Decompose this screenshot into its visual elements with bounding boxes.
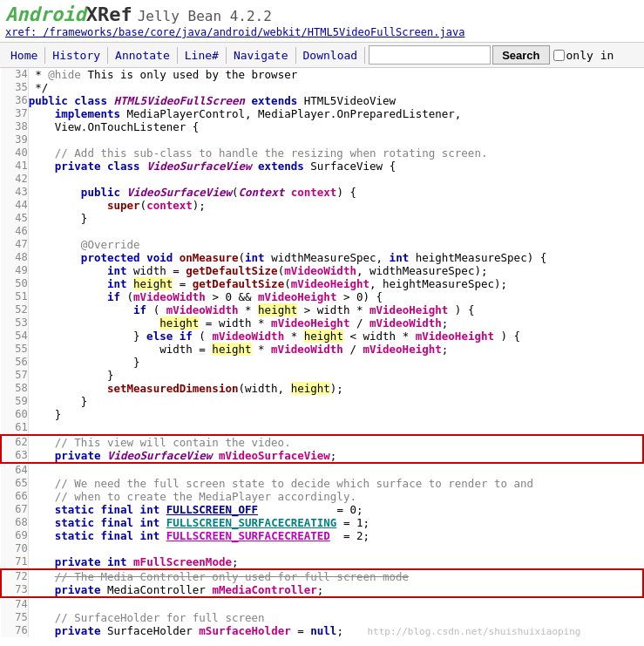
- line-number[interactable]: 71: [1, 555, 28, 569]
- table-row: 35 */: [1, 81, 643, 94]
- line-number[interactable]: 76: [1, 624, 28, 637]
- table-row: 45 }: [1, 212, 643, 225]
- line-number[interactable]: 52: [1, 303, 28, 316]
- line-code: // Add this sub-class to handle the resi…: [28, 146, 643, 160]
- table-row: 67 static final int FULLSCREEN_OFF = 0;: [1, 503, 643, 516]
- line-number[interactable]: 35: [1, 81, 28, 94]
- nav-annotate[interactable]: Annotate: [108, 47, 178, 64]
- line-number[interactable]: 48: [1, 251, 28, 264]
- line-code: [28, 421, 643, 435]
- line-code: setMeasuredDimension(width, height);: [28, 382, 643, 395]
- line-number[interactable]: 49: [1, 264, 28, 277]
- table-row: 56 }: [1, 356, 643, 369]
- line-code: * @hide This is only used by the browser: [28, 68, 643, 81]
- line-number[interactable]: 59: [1, 395, 28, 408]
- table-row: 60 }: [1, 408, 643, 421]
- line-code: }: [28, 408, 643, 421]
- line-code: // We need the full screen state to deci…: [28, 477, 643, 490]
- table-row: 63 private VideoSurfaceView mVideoSurfac…: [1, 449, 643, 463]
- line-number[interactable]: 45: [1, 212, 28, 225]
- table-row: 52 if ( mVideoWidth * height > width * m…: [1, 303, 643, 316]
- line-code: // when to create the MediaPlayer accord…: [28, 490, 643, 503]
- table-row: 42: [1, 173, 643, 186]
- line-number[interactable]: 57: [1, 369, 28, 382]
- line-number[interactable]: 41: [1, 160, 28, 173]
- line-number[interactable]: 40: [1, 146, 28, 160]
- nav-history[interactable]: History: [45, 47, 108, 64]
- line-code: super(context);: [28, 199, 643, 212]
- line-code: // This view will contain the video.: [28, 435, 643, 449]
- line-number[interactable]: 74: [1, 597, 28, 611]
- line-number[interactable]: 67: [1, 503, 28, 516]
- table-row: 57 }: [1, 369, 643, 382]
- line-code: static final int FULLSCREEN_SURFACECREAT…: [28, 529, 643, 542]
- line-number[interactable]: 66: [1, 490, 28, 503]
- line-number[interactable]: 68: [1, 516, 28, 529]
- table-row: 72 // The Media Controller only used for…: [1, 569, 643, 583]
- line-number[interactable]: 56: [1, 356, 28, 369]
- nav-home[interactable]: Home: [3, 47, 45, 64]
- line-code: }: [28, 369, 643, 382]
- table-row: 34 * @hide This is only used by the brow…: [1, 68, 643, 81]
- line-number[interactable]: 53: [1, 316, 28, 330]
- line-number[interactable]: 72: [1, 569, 28, 583]
- line-number[interactable]: 39: [1, 133, 28, 146]
- line-number[interactable]: 50: [1, 277, 28, 290]
- line-number[interactable]: 63: [1, 449, 28, 463]
- line-number[interactable]: 36: [1, 94, 28, 107]
- nav-navigate[interactable]: Navigate: [227, 47, 296, 64]
- line-code: */: [28, 81, 643, 94]
- search-button[interactable]: Search: [492, 45, 549, 65]
- table-row: 62 // This view will contain the video.: [1, 435, 643, 449]
- line-code: height = width * mVideoHeight / mVideoWi…: [28, 316, 643, 330]
- line-code: }: [28, 212, 643, 225]
- line-number[interactable]: 65: [1, 477, 28, 490]
- table-row: 41 private class VideoSurfaceView extend…: [1, 160, 643, 173]
- table-row: 46: [1, 225, 643, 238]
- breadcrumb[interactable]: xref: /frameworks/base/core/java/android…: [5, 25, 639, 40]
- nav-download[interactable]: Download: [296, 47, 366, 64]
- line-number[interactable]: 37: [1, 107, 28, 120]
- table-row: 50 int height = getDefaultSize(mVideoHei…: [1, 277, 643, 290]
- line-number[interactable]: 38: [1, 120, 28, 133]
- line-code: } else if ( mVideoWidth * height < width…: [28, 330, 643, 343]
- table-row: 36 public class HTML5VideoFullScreen ext…: [1, 94, 643, 107]
- table-row: 73 private MediaController mMediaControl…: [1, 583, 643, 597]
- table-row: 48 protected void onMeasure(int widthMea…: [1, 251, 643, 264]
- search-input[interactable]: [369, 45, 491, 65]
- line-number[interactable]: 69: [1, 529, 28, 542]
- line-code: private VideoSurfaceView mVideoSurfaceVi…: [28, 449, 643, 463]
- line-number[interactable]: 58: [1, 382, 28, 395]
- table-row: 69 static final int FULLSCREEN_SURFACECR…: [1, 529, 643, 542]
- line-number[interactable]: 51: [1, 290, 28, 303]
- line-number[interactable]: 73: [1, 583, 28, 597]
- line-code: private SurfaceHolder mSurfaceHolder = n…: [28, 624, 643, 637]
- line-code: if ( mVideoWidth * height > width * mVid…: [28, 303, 643, 316]
- title-android: Android: [5, 3, 86, 25]
- line-number[interactable]: 61: [1, 421, 28, 435]
- navbar: Home History Annotate Line# Navigate Dow…: [0, 42, 644, 68]
- table-row: 68 static final int FULLSCREEN_SURFACECR…: [1, 516, 643, 529]
- line-code: int width = getDefaultSize(mVideoWidth, …: [28, 264, 643, 277]
- only-in-checkbox[interactable]: [553, 50, 565, 61]
- line-number[interactable]: 54: [1, 330, 28, 343]
- nav-line[interactable]: Line#: [178, 47, 227, 64]
- line-number[interactable]: 64: [1, 463, 28, 477]
- line-number[interactable]: 34: [1, 68, 28, 81]
- line-number[interactable]: 46: [1, 225, 28, 238]
- title-version: Jelly Bean 4.2.2: [138, 8, 272, 24]
- line-number[interactable]: 42: [1, 173, 28, 186]
- line-number[interactable]: 55: [1, 343, 28, 356]
- line-number[interactable]: 44: [1, 199, 28, 212]
- line-number[interactable]: 60: [1, 408, 28, 421]
- line-code: implements MediaPlayerControl, MediaPlay…: [28, 107, 643, 120]
- line-number[interactable]: 47: [1, 238, 28, 251]
- line-number[interactable]: 43: [1, 186, 28, 199]
- line-code: protected void onMeasure(int widthMeasur…: [28, 251, 643, 264]
- line-code: public class HTML5VideoFullScreen extend…: [28, 94, 643, 107]
- line-number[interactable]: 62: [1, 435, 28, 449]
- line-number[interactable]: 70: [1, 542, 28, 555]
- line-code: [28, 463, 643, 477]
- site-title: AndroidXRefJelly Bean 4.2.2: [5, 3, 639, 25]
- line-number[interactable]: 75: [1, 611, 28, 624]
